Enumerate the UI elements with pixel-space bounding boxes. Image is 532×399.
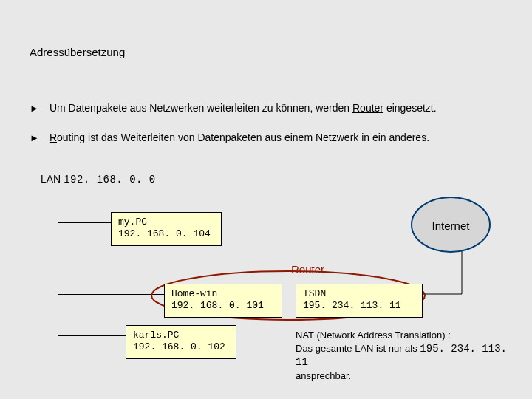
bullet-text-pre: Um Datenpakete aus Netzwerken weiterleit… xyxy=(50,102,352,114)
router-label: Router xyxy=(291,263,324,276)
internet-label: Internet xyxy=(421,219,480,232)
nat-line-text: Das gesamte LAN ist nur als xyxy=(296,343,420,354)
bullet-text: Routing ist das Weiterleiten von Datenpa… xyxy=(50,132,429,143)
node-name: karls.PC xyxy=(133,330,229,341)
node-ip: 192. 168. 0. 104 xyxy=(118,228,214,240)
page-title: Adressübersetzung xyxy=(30,46,125,58)
nat-description: NAT (Network Address Translation) : Das … xyxy=(296,329,510,383)
connector-line xyxy=(58,222,111,223)
nat-line: ansprechbar. xyxy=(296,369,510,383)
bullet-text-underline: Router xyxy=(352,102,383,114)
node-name: Home-win xyxy=(171,288,275,300)
bullet-row: ► Routing ist das Weiterleiten von Daten… xyxy=(30,132,429,143)
bullet-text-underline: R xyxy=(50,132,57,143)
node-homewin: Home-win 192. 168. 0. 101 xyxy=(164,284,282,318)
nat-line: NAT (Network Address Translation) : xyxy=(296,329,510,342)
connector-line xyxy=(58,335,126,336)
lan-label: LAN 192. 168. 0. 0 xyxy=(41,173,156,185)
lan-bus-line xyxy=(58,188,58,335)
nat-line: Das gesamte LAN ist nur als 195. 234. 11… xyxy=(296,342,510,370)
bullet-text-post: eingesetzt. xyxy=(383,102,437,114)
bullet-arrow-icon: ► xyxy=(30,132,39,143)
node-mypc: my.PC 192. 168. 0. 104 xyxy=(111,212,222,246)
bullet-arrow-icon: ► xyxy=(30,103,39,114)
node-karlspc: karls.PC 192. 168. 0. 102 xyxy=(126,325,236,359)
bullet-text: Um Datenpakete aus Netzwerken weiterleit… xyxy=(50,102,437,114)
node-name: ISDN xyxy=(303,288,415,300)
node-ip: 192. 168. 0. 101 xyxy=(171,300,275,312)
bullet-row: ► Um Datenpakete aus Netzwerken weiterle… xyxy=(30,102,437,114)
node-ip: 195. 234. 113. 11 xyxy=(303,300,415,312)
node-isdn: ISDN 195. 234. 113. 11 xyxy=(296,284,423,318)
bullet-text-post: outing ist das Weiterleiten von Datenpak… xyxy=(57,132,429,143)
lan-label-text: LAN xyxy=(41,173,64,185)
connector-line xyxy=(58,294,164,295)
node-ip: 192. 168. 0. 102 xyxy=(133,341,229,353)
node-name: my.PC xyxy=(118,216,214,228)
lan-ip: 192. 168. 0. 0 xyxy=(64,174,156,185)
